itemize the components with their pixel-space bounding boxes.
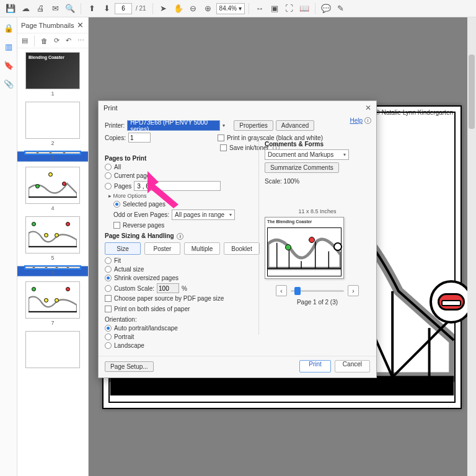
preview-page-count: Page 1 of 2 (3) <box>265 299 370 306</box>
lock-icon[interactable]: 🔒 <box>2 21 15 35</box>
close-icon[interactable]: ✕ <box>365 104 371 112</box>
thumbnail-item[interactable]: 4 <box>25 167 80 211</box>
close-icon[interactable]: ✕ <box>76 21 84 30</box>
info-icon[interactable]: i <box>364 117 371 124</box>
thumb-undo-icon[interactable]: ↶ <box>64 35 73 46</box>
page-down-icon[interactable]: ⬇ <box>100 2 113 15</box>
help-link[interactable]: Help <box>350 117 363 124</box>
choose-source-checkbox[interactable] <box>105 295 112 302</box>
svg-rect-15 <box>110 377 454 395</box>
zoom-out-icon[interactable]: ⊖ <box>187 2 200 15</box>
info-icon[interactable]: i <box>177 233 183 240</box>
cloud-upload-icon[interactable]: ☁ <box>19 2 32 15</box>
read-mode-icon[interactable]: 📖 <box>298 2 311 15</box>
print-preview: The Blending Coaster <box>265 217 344 279</box>
thumbnail-list[interactable]: Blending Coaster 1 2 3 4 5 6 7 <box>17 48 88 476</box>
sizing-heading: Page Sizing & Handling i <box>105 232 260 240</box>
thumbnail-item[interactable]: 5 <box>25 216 80 261</box>
thumbnail-toolbar: ▤ 🗑 ⟳ ↶ ⋯ <box>17 33 88 48</box>
sign-icon[interactable]: ✎ <box>334 2 348 15</box>
shrink-radio[interactable] <box>105 275 112 281</box>
orientation-label: Orientation: <box>105 316 260 323</box>
selected-pages-radio[interactable] <box>113 201 120 208</box>
paper-size-label: 11 x 8.5 Inches <box>265 208 370 214</box>
advanced-button[interactable]: Advanced <box>276 120 314 131</box>
tab-booklet[interactable]: Booklet <box>224 242 260 255</box>
comment-icon[interactable]: 💬 <box>319 2 333 15</box>
prev-page-button[interactable]: ‹ <box>276 285 287 296</box>
hand-icon[interactable]: ✋ <box>172 2 185 15</box>
copies-input[interactable] <box>128 133 151 143</box>
pages-radio[interactable] <box>105 183 112 190</box>
current-page-radio[interactable] <box>105 172 112 179</box>
printer-select[interactable]: HPD73E68 (HP ENVY 5000 series) <box>127 120 220 131</box>
print-button[interactable]: Print <box>299 360 331 372</box>
zoom-in-icon[interactable]: ⊕ <box>201 2 215 15</box>
page-total-label: / 21 <box>136 5 146 12</box>
vertical-scrollbar[interactable] <box>467 17 476 476</box>
landscape-radio[interactable] <box>105 342 112 349</box>
tab-multiple[interactable]: Multiple <box>184 242 220 255</box>
all-radio[interactable] <box>105 164 112 170</box>
comments-select[interactable]: Document and Markups <box>265 149 349 160</box>
thumb-delete-icon[interactable]: 🗑 <box>40 35 49 46</box>
pages-to-print-heading: Pages to Print <box>105 155 260 162</box>
fullscreen-icon[interactable]: ⛶ <box>283 2 296 15</box>
left-rail: 🔒 ▥ 🔖 📎 <box>0 17 17 476</box>
scroll-thumb[interactable] <box>469 55 475 129</box>
preview-slider[interactable] <box>291 290 344 292</box>
properties-button[interactable]: Properties <box>234 120 273 131</box>
thumbnail-panel: Page Thumbnails ✕ ▤ 🗑 ⟳ ↶ ⋯ Blending Coa… <box>17 17 89 476</box>
auto-orient-radio[interactable] <box>105 325 112 332</box>
thumbnail-item[interactable]: 6 <box>17 266 88 276</box>
thumb-options-icon[interactable]: ▤ <box>20 35 29 46</box>
next-page-button[interactable]: › <box>348 285 359 296</box>
page-number-input[interactable] <box>115 3 132 14</box>
page-setup-button[interactable]: Page Setup... <box>105 361 154 372</box>
thumb-more-icon[interactable]: ⋯ <box>76 35 86 46</box>
tab-size[interactable]: Size <box>105 242 141 255</box>
thumbnail-item[interactable] <box>25 331 80 368</box>
both-sides-checkbox[interactable] <box>105 306 112 312</box>
custom-scale-input[interactable] <box>157 283 179 293</box>
grayscale-checkbox[interactable] <box>218 134 224 141</box>
attachment-icon[interactable]: 📎 <box>2 77 15 90</box>
thumbnail-item[interactable]: Blending Coaster 1 <box>25 52 80 97</box>
print-dialog: Print ✕ Help i Printer: HPD73E68 (HP ENV… <box>98 100 377 378</box>
save-icon[interactable]: 💾 <box>4 2 17 15</box>
actual-radio[interactable] <box>105 266 112 273</box>
fit-width-icon[interactable]: ↔ <box>253 2 267 15</box>
thumbnail-title: Page Thumbnails <box>21 22 74 29</box>
tab-poster[interactable]: Poster <box>144 242 180 255</box>
page-up-icon[interactable]: ⬆ <box>85 2 99 15</box>
comments-heading: Comments & Forms <box>265 141 370 148</box>
thumbnail-item[interactable]: 2 <box>25 102 80 146</box>
fit-page-icon[interactable]: ▣ <box>268 2 281 15</box>
portrait-radio[interactable] <box>105 333 112 340</box>
reverse-checkbox[interactable] <box>113 222 120 229</box>
print-icon[interactable]: 🖨 <box>33 2 47 15</box>
app-toolbar: 💾 ☁ 🖨 ✉ 🔍 ⬆ ⬇ / 21 ➤ ✋ ⊖ ⊕ 84.4% ▾ ↔ ▣ ⛶… <box>0 0 476 17</box>
more-options-toggle[interactable]: ▸ More Options <box>108 193 147 199</box>
pages-input[interactable] <box>134 181 221 191</box>
dialog-title: Print <box>104 104 118 112</box>
thumbnail-item[interactable]: 3 <box>17 151 88 162</box>
search-icon[interactable]: 🔍 <box>63 2 77 15</box>
thumb-rotate-icon[interactable]: ⟳ <box>52 35 61 46</box>
thumbnail-item[interactable]: 7 <box>25 281 80 326</box>
zoom-level[interactable]: 84.4% ▾ <box>216 3 245 14</box>
svg-line-14 <box>392 315 454 377</box>
custom-scale-radio[interactable] <box>105 285 112 292</box>
pointer-icon[interactable]: ➤ <box>157 2 170 15</box>
bookmark-icon[interactable]: 🔖 <box>2 58 15 72</box>
printer-label: Printer: <box>105 122 125 129</box>
odd-even-select[interactable]: All pages in range <box>172 209 235 220</box>
cancel-button[interactable]: Cancel <box>335 360 370 372</box>
fit-radio[interactable] <box>105 257 112 264</box>
thumbnails-icon[interactable]: ▥ <box>2 40 15 53</box>
summarize-button[interactable]: Summarize Comments <box>265 162 339 173</box>
email-icon[interactable]: ✉ <box>48 2 62 15</box>
slider-thumb[interactable] <box>294 287 301 295</box>
scale-label: Scale: 100% <box>265 178 370 185</box>
save-ink-checkbox[interactable] <box>220 144 227 151</box>
